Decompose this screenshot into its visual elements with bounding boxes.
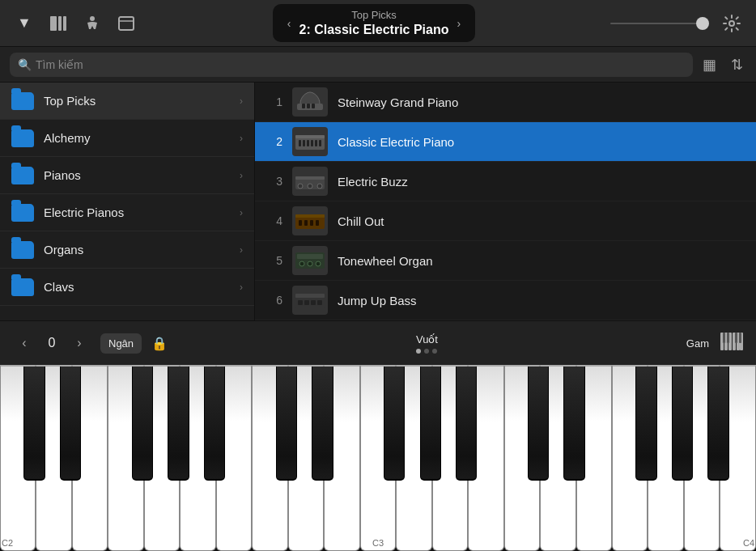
sidebar-label: Electric Pianos [44, 206, 230, 219]
piano-key-C2[interactable] [0, 365, 36, 551]
piano-key-F4[interactable] [612, 365, 648, 551]
chevron-right-btn[interactable]: › [457, 17, 461, 30]
list-item[interactable]: 1 Steinway Grand Piano [255, 83, 756, 122]
main-content: Top Picks › Alchemy › Pianos › Electric … [0, 83, 756, 320]
piano-key-Gs2[interactable] [168, 367, 189, 481]
sidebar-item-organs[interactable]: Organs › [0, 231, 254, 269]
svg-point-21 [298, 184, 303, 189]
piano-key-Cs4[interactable] [528, 367, 549, 481]
volume-slider[interactable] [610, 23, 707, 24]
svg-rect-20 [295, 176, 325, 180]
sidebar-item-alchemy[interactable]: Alchemy › [0, 120, 254, 157]
piano-key-As2[interactable] [204, 367, 225, 481]
piano-key-Gs3[interactable] [420, 367, 441, 481]
svg-point-34 [316, 261, 321, 266]
svg-rect-38 [304, 300, 309, 305]
instrument-selector[interactable]: ‹ Top Picks 2: Classic Electric Piano › [273, 4, 475, 42]
svg-rect-27 [304, 220, 308, 226]
grid-view-icon[interactable]: ▦ [699, 53, 720, 77]
sidebar-chevron: › [240, 170, 243, 181]
instrument-name: Jump Up Bass [338, 294, 417, 307]
instrument-name: Classic Electric Piano [338, 135, 454, 149]
lock-icon[interactable]: 🔒 [151, 336, 168, 351]
item-number: 6 [266, 294, 282, 307]
dot-2 [424, 349, 429, 354]
sidebar-item-pianos[interactable]: Pianos › [0, 157, 254, 194]
svg-rect-8 [302, 104, 305, 108]
sidebar-chevron: › [240, 133, 243, 144]
settings-icon[interactable] [720, 12, 743, 35]
piano-key-Ds4[interactable] [563, 367, 584, 481]
item-number: 3 [266, 175, 282, 188]
list-item[interactable]: 3 Electric Buzz [255, 162, 756, 201]
folder-icon [11, 129, 34, 147]
sort-icon[interactable]: ⇅ [728, 53, 746, 77]
svg-rect-31 [297, 254, 323, 259]
dot-1 [416, 349, 421, 354]
svg-rect-26 [299, 220, 302, 226]
octave-display: 0 [45, 336, 58, 350]
sidebar-item-clavs[interactable]: Clavs › [0, 269, 254, 306]
figure-icon[interactable] [81, 12, 104, 35]
nav-right-button[interactable]: › [68, 332, 91, 354]
instrument-thumbnail [292, 286, 328, 315]
nav-left-button[interactable]: ‹ [13, 332, 36, 354]
svg-rect-0 [50, 16, 57, 31]
piano-key-F3[interactable] [360, 365, 396, 551]
piano-key-F2[interactable] [108, 365, 143, 551]
piano-key-C3[interactable] [252, 365, 287, 551]
piano-key-Fs4[interactable] [635, 367, 656, 481]
sidebar-chevron: › [240, 95, 243, 107]
library-icon[interactable] [47, 12, 70, 35]
dropdown-icon[interactable]: ▼ [13, 12, 36, 35]
sidebar-chevron: › [240, 244, 243, 256]
piano-key-Gs4[interactable] [672, 367, 693, 481]
sidebar-label: Clavs [44, 280, 230, 294]
piano-key-Cs3[interactable] [276, 367, 297, 481]
instrument-thumbnail [292, 246, 328, 275]
svg-rect-37 [298, 300, 303, 305]
piano-key-Ds3[interactable] [312, 367, 333, 481]
scale-label: Gam [686, 337, 709, 350]
instrument-thumbnail [292, 127, 328, 156]
list-item[interactable]: 6 Jump Up Bass [255, 281, 756, 320]
list-item[interactable]: 4 Chill Out [255, 201, 756, 241]
piano-key-Fs3[interactable] [384, 367, 405, 481]
sidebar-label: Alchemy [44, 131, 230, 145]
svg-rect-13 [299, 140, 301, 146]
instrument-name: Tonewheel Organ [338, 254, 433, 268]
swipe-label: Vuốt [416, 333, 438, 345]
list-item[interactable]: 5 Tonewheel Organ [255, 241, 756, 281]
piano-key-Fs2[interactable] [132, 367, 153, 481]
piano-view-icon[interactable] [720, 333, 743, 354]
svg-point-33 [308, 261, 312, 266]
instrument-name: Chill Out [338, 214, 384, 228]
svg-rect-18 [319, 140, 321, 146]
slider-track [610, 23, 707, 24]
svg-rect-49 [735, 333, 737, 343]
sidebar-item-electric-pianos[interactable]: Electric Pianos › [0, 194, 254, 231]
sidebar-item-top-picks[interactable]: Top Picks › [0, 83, 254, 120]
search-bar-right: ▦ ⇅ [699, 53, 746, 77]
instrument-thumbnail [292, 167, 328, 196]
svg-rect-14 [303, 140, 305, 146]
svg-rect-4 [119, 17, 134, 30]
search-wrap: 🔍 [10, 53, 693, 77]
search-input[interactable] [10, 53, 693, 77]
piano-key-As4[interactable] [707, 367, 728, 481]
svg-rect-39 [311, 300, 316, 305]
piano-key-Ds2[interactable] [60, 367, 81, 481]
svg-point-22 [308, 184, 312, 189]
piano-key-Cs2[interactable] [23, 367, 45, 481]
window-icon[interactable] [115, 12, 138, 35]
bottom-toolbar: ‹ 0 › Ngân 🔒 Vuốt Gam [0, 320, 756, 365]
list-item-selected[interactable]: 2 Classic Electric Piano [255, 122, 756, 162]
piano-key-As3[interactable] [456, 367, 477, 481]
search-bar: 🔍 ▦ ⇅ [0, 47, 756, 83]
piano-key-C4[interactable] [504, 365, 540, 551]
folder-icon [11, 204, 34, 222]
piano-keyboard[interactable]: .wkey { flex:1; background:linear-gradie… [0, 365, 756, 551]
chevron-left-btn[interactable]: ‹ [287, 17, 291, 30]
slider-thumb[interactable] [696, 17, 709, 30]
bank-button[interactable]: Ngân [100, 333, 142, 354]
